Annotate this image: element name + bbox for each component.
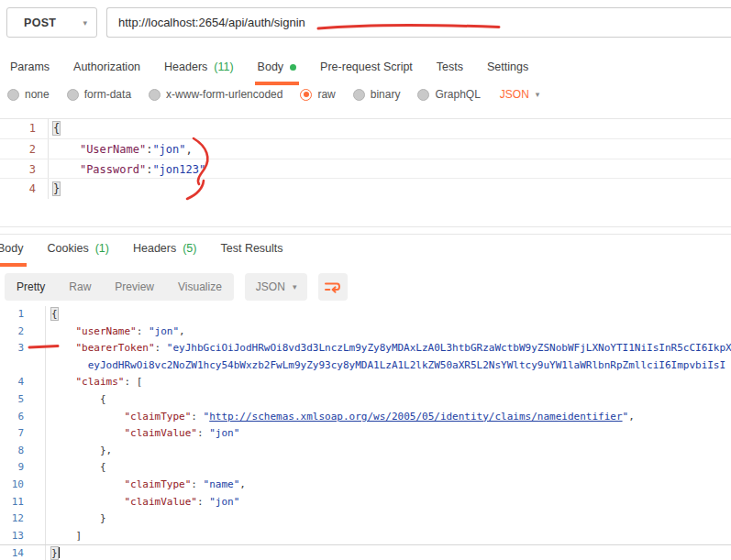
green-dot-icon [290,64,296,71]
code-line[interactable]: 1{ [0,306,731,324]
code-line[interactable]: 6 "claimType": "http://schemas.xmlsoap.o… [0,409,731,426]
response-tab-cookies[interactable]: Cookies(1) [45,235,112,267]
line-number: 12 [0,511,46,528]
code-line[interactable]: 2 "UserName":"jon", [0,138,731,159]
tab-tests[interactable]: Tests [434,53,466,85]
code-line[interactable]: 9 { [0,459,731,477]
code-line[interactable]: 2 "userName": "jon", [0,324,731,341]
code-token: "jon" [209,496,239,508]
code-token [51,359,88,371]
tab-authorization-label: Authorization [73,60,140,73]
code-line[interactable]: 13 ] [0,528,731,545]
code-line[interactable]: 12 } [0,511,731,528]
line-number: 1 [0,306,46,324]
mode-raw[interactable]: raw [300,88,335,101]
claim-type-url-link[interactable]: http://schemas.xmlsoap.org/ws/2005/05/id… [209,411,622,423]
method-dropdown[interactable]: POST ▾ [6,7,97,38]
response-tab-headers-label: Headers [133,242,176,255]
code-token: "bearerToken" [76,342,155,354]
response-format-label: JSON [256,280,285,293]
code-text: } [49,179,731,199]
code-line[interactable]: eyJodHRwOi8vc2NoZW1hcy54bWxzb2FwLm9yZy93… [0,357,731,375]
tab-settings-label: Settings [487,60,528,73]
code-text: eyJodHRwOi8vc2NoZW1hcy54bWxzb2FwLm9yZy93… [46,357,731,375]
mode-form-data[interactable]: form-data [67,88,131,101]
line-number: 1 [0,118,49,138]
code-token: "eyJhbGciOiJodHRwOi8vd3d3LnczLm9yZy8yMDA… [167,342,731,354]
line-number: 2 [0,324,46,341]
code-token: "jon123" [152,163,205,176]
chevron-down-icon: ▾ [83,18,87,27]
code-line[interactable]: 11 "claimValue": "jon" [0,494,731,511]
code-text: } [46,511,731,528]
line-number: 3 [0,159,49,178]
tab-headers[interactable]: Headers(11) [161,53,237,85]
chevron-down-icon: ▾ [536,90,540,99]
tab-body[interactable]: Body [255,53,300,85]
view-tab-preview[interactable]: Preview [103,280,166,293]
tab-settings[interactable]: Settings [484,53,531,85]
line-number: 8 [0,443,46,460]
tab-pre-request-script[interactable]: Pre-request Script [317,53,415,85]
raw-format-dropdown[interactable]: JSON ▾ [500,88,540,101]
line-number: 10 [0,477,46,494]
mode-graphql-label: GraphQL [435,88,480,101]
code-line[interactable]: 8 }, [0,443,731,460]
response-tabs: BodyCookies(1)Headers(5)Test Results [0,235,286,267]
response-tab-test-results[interactable]: Test Results [217,235,285,267]
tab-headers-label: Headers [164,60,207,73]
tab-authorization[interactable]: Authorization [71,53,143,85]
wrap-text-button[interactable] [318,273,348,301]
line-number: 2 [0,139,49,159]
line-number: 9 [0,459,46,477]
response-tab-body[interactable]: Body [0,235,27,267]
code-line[interactable]: 3 "bearerToken": "eyJhbGciOiJodHRwOi8vd3… [0,340,731,357]
code-token [53,143,80,156]
text-cursor [58,547,60,558]
view-tab-pretty[interactable]: Pretty [5,280,57,293]
request-body-editor[interactable]: 1{2 "UserName":"jon",3 "Password":"jon12… [0,118,731,199]
response-view-bar: PrettyRawPreviewVisualize JSON ▾ [5,273,348,301]
mode-graphql[interactable]: GraphQL [417,88,480,101]
code-token [51,325,76,337]
code-line[interactable]: 4} [0,179,731,199]
mode-x-www-form-urlencoded[interactable]: x-www-form-urlencoded [149,88,282,101]
view-tab-visualize[interactable]: Visualize [166,280,234,293]
response-tab-headers[interactable]: Headers(5) [130,235,200,267]
postman-window: POST ▾ http://localhost:2654/api/auth/si… [0,0,731,560]
tab-params[interactable]: Params [7,53,52,85]
tab-params-label: Params [10,60,50,73]
code-text: "claimType": "name", [46,477,731,494]
mode-form-data-label: form-data [84,88,131,101]
code-line[interactable]: 14} [0,544,731,560]
code-token: "claimValue" [124,496,196,508]
body-mode-options: noneform-datax-www-form-urlencodedrawbin… [7,88,539,101]
code-token: "jon" [152,143,185,156]
line-number: 6 [0,409,46,426]
code-line[interactable]: 3 "Password":"jon123" [0,159,731,179]
mode-binary-label: binary [371,88,401,101]
response-body-editor[interactable]: 1{2 "userName": "jon",3 "bearerToken": "… [0,306,731,560]
code-text: { [46,459,731,477]
radio-icon [7,89,19,101]
line-number: 7 [0,425,46,443]
code-token [51,427,124,439]
code-token: : [191,478,203,490]
url-input[interactable]: http://localhost:2654/api/auth/signin [106,7,731,38]
code-line[interactable]: 4 "claims": [ [0,374,731,391]
code-text: "claims": [ [46,374,731,391]
radio-icon [300,89,312,101]
code-token: { [53,122,60,135]
code-line[interactable]: 7 "claimValue": "jon" [0,425,731,443]
mode-none[interactable]: none [7,88,50,101]
response-format-dropdown[interactable]: JSON ▾ [245,273,308,301]
wrap-text-icon [324,280,342,294]
response-view-tabs: PrettyRawPreviewVisualize [5,273,234,301]
code-line[interactable]: 10 "claimType": "name", [0,477,731,494]
view-tab-raw[interactable]: Raw [57,280,103,293]
mode-binary[interactable]: binary [353,88,401,101]
code-line[interactable]: 5 { [0,391,731,409]
code-line[interactable]: 1{ [0,118,731,138]
line-number: 4 [0,179,49,199]
code-text: ] [46,528,731,545]
